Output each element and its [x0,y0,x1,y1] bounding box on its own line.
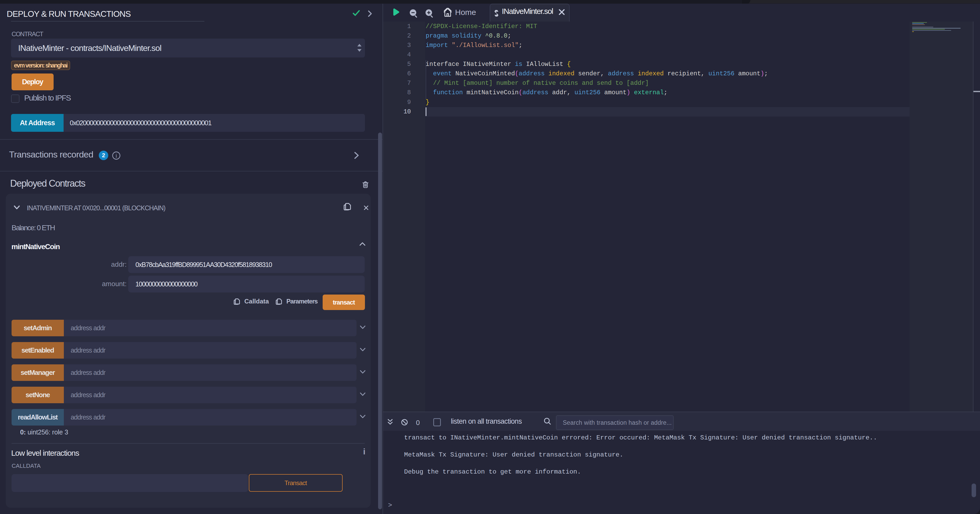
svg-text:i: i [115,152,117,159]
